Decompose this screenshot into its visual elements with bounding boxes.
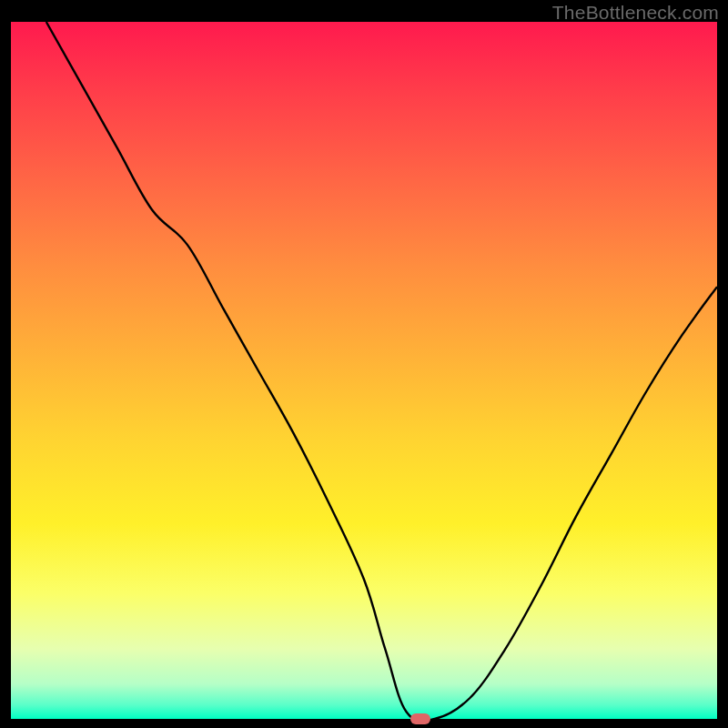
chart-frame: TheBottleneck.com xyxy=(0,0,728,728)
curve-layer xyxy=(11,22,717,719)
minimum-marker xyxy=(410,713,430,724)
bottleneck-curve-path xyxy=(46,22,717,719)
watermark-text: TheBottleneck.com xyxy=(552,2,719,24)
